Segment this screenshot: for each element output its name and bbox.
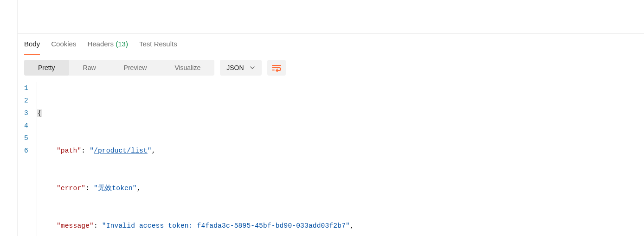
chevron-down-icon — [250, 65, 255, 70]
wrap-lines-button[interactable] — [267, 60, 286, 76]
format-select[interactable]: JSON — [220, 60, 261, 76]
tab-headers[interactable]: Headers (13) — [87, 34, 128, 54]
tab-headers-label: Headers — [87, 40, 114, 48]
response-tabs: Body Cookies Headers (13) Test Results — [24, 34, 638, 54]
line-number: 3 — [24, 107, 28, 120]
line-number: 6 — [24, 145, 28, 157]
line-number: 5 — [24, 132, 28, 145]
tab-body[interactable]: Body — [24, 34, 40, 54]
line-number: 1 — [24, 82, 28, 95]
line-gutter: 1 2 3 4 5 6 — [24, 82, 37, 236]
tab-cookies[interactable]: Cookies — [51, 34, 76, 54]
headers-count: (13) — [116, 40, 128, 48]
line-number: 4 — [24, 120, 28, 132]
view-pretty-button[interactable]: Pretty — [24, 60, 69, 76]
code-content[interactable]: { "path": "/product/list", "error": "无效t… — [37, 82, 354, 236]
response-body: 1 2 3 4 5 6 { "path": "/product/list", "… — [24, 82, 638, 236]
view-controls: Pretty Raw Preview Visualize JSON — [24, 54, 638, 80]
view-raw-button[interactable]: Raw — [69, 60, 110, 76]
tab-test-results[interactable]: Test Results — [139, 34, 177, 54]
view-preview-button[interactable]: Preview — [110, 60, 161, 76]
format-select-value: JSON — [226, 64, 244, 71]
view-mode-group: Pretty Raw Preview Visualize — [24, 60, 214, 76]
line-number: 2 — [24, 95, 28, 107]
wrap-icon — [271, 64, 282, 72]
view-visualize-button[interactable]: Visualize — [161, 60, 214, 76]
